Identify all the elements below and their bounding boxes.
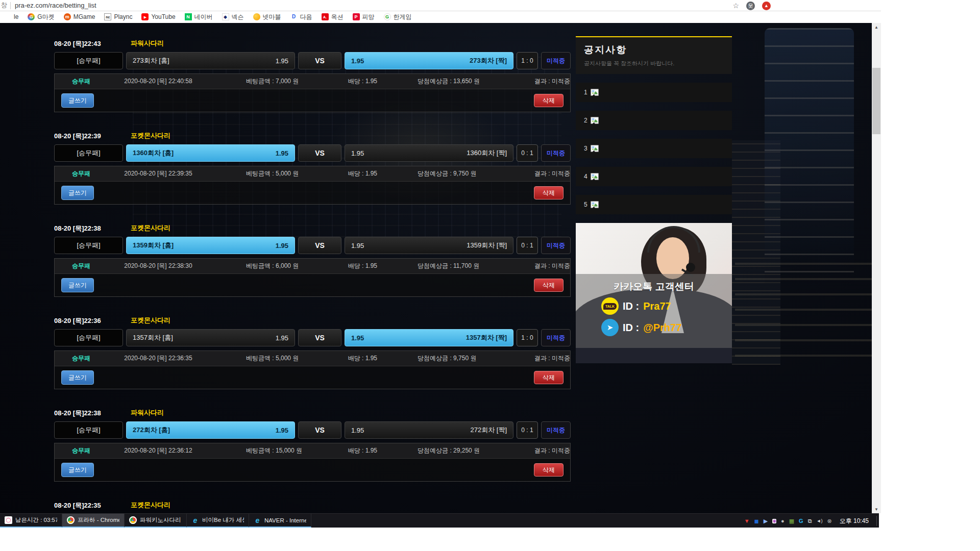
entry-detail-container: 승무패 2020-08-20 [목] 22:38:30 베팅금액 : 6,000… [54,258,571,297]
app-label: 남은시간 : 03:57 [15,516,57,524]
away-odds: 1.95 [351,57,364,65]
scroll-down-icon[interactable]: ▼ [872,505,881,513]
url-prefix-char: 창 [1,1,8,10]
entry-time: 08-20 [목]22:43 [54,40,101,47]
tray-icon[interactable]: ◄) [817,519,823,523]
scroll-up-icon[interactable]: ▲ [872,23,881,31]
bookmark-label: le [14,13,18,20]
bookmark-star-icon[interactable]: ☆ [732,2,739,9]
detail-expected-win: 당첨예상금 : 9,750 원 [418,169,534,178]
show-desktop-divider[interactable] [876,516,877,526]
home-pick-box[interactable]: 1360회차 [홈] 1.95 [126,144,295,162]
tray-icon[interactable]: ⧉ [808,518,812,524]
url-text[interactable]: pra-ez.com/race/betting_list [15,2,96,9]
tray-icon[interactable]: ▼ [744,518,750,524]
bookmark-item[interactable]: A. 옥션 [318,12,347,22]
delete-button[interactable]: 삭제 [534,94,564,107]
delete-button[interactable]: 삭제 [534,279,564,292]
write-button[interactable]: 글쓰기 [61,463,94,477]
taskbar-clock[interactable]: 오후 10:45 [840,517,869,525]
away-pick-box[interactable]: 1.95 1360회차 [짝] [345,144,513,162]
home-odds: 1.95 [276,334,288,342]
away-pick-box[interactable]: 1.95 273회차 [짝] [345,52,513,69]
detail-bet-amount: 베팅금액 : 6,000 원 [246,262,348,270]
tray-icon[interactable]: ◉ [772,519,776,523]
notice-item[interactable]: 4 [576,167,732,186]
home-pick-box[interactable]: 1357회차 [홈] 1.95 [126,329,295,346]
bookmark-item[interactable]: 넷마블 [250,12,285,22]
system-tray: ▼ ◼ ▶ ◉ ● ▦ G ⧉ ◄) ⊗ 오후 10:45 [744,514,877,528]
bookmark-item[interactable]: ▶ YouTube [138,12,179,21]
notice-number: 2 [584,117,587,124]
entry-time: 08-20 [목]22:38 [54,409,101,417]
bookmark-item[interactable]: G 한게임 [380,12,415,22]
scrollbar-thumb[interactable] [872,68,880,134]
tray-icon[interactable]: ● [781,518,785,524]
entry-time: 08-20 [목]22:39 [54,132,101,140]
tray-icon[interactable]: ▶ [764,518,768,524]
taskbar-app-button[interactable]: e NAVER - Internet Exp... [249,514,311,528]
detail-result: 결과 : 미적중 [534,169,570,178]
bookmark-favicon [253,13,260,20]
app-label: 프라하 - Chrome [78,516,119,524]
status-badge: 미적중 [541,329,571,346]
write-button[interactable]: 글쓰기 [61,278,94,292]
home-label: 1360회차 [홈] [133,148,174,158]
entry-time: 08-20 [목]22:38 [54,224,101,232]
home-pick-box[interactable]: 272회차 [홈] 1.95 [126,421,295,439]
delete-button[interactable]: 삭제 [534,186,564,199]
bookmark-item[interactable]: ◆ 넥슨 [218,12,248,22]
notice-item[interactable]: 2 [576,111,732,130]
bookmark-item[interactable]: G G마켓 [24,12,58,22]
taskbar-app-button[interactable]: ● 프라하 - Chrome [62,514,125,528]
bookmark-item[interactable]: le [1,12,22,21]
notice-item[interactable]: 1 [576,83,732,102]
delete-button[interactable]: 삭제 [534,371,564,384]
notice-item[interactable]: 3 [576,139,732,158]
bet-row: [승무패] 1360회차 [홈] 1.95 VS 1.95 1360회차 [짝]… [54,144,571,162]
vs-box: VS [298,421,341,439]
write-button[interactable]: 글쓰기 [61,93,94,108]
bookmark-item[interactable]: D 다음 [287,12,316,22]
bookmark-label: 옥션 [331,13,344,21]
page-scrollbar[interactable]: ▲ ▼ [872,23,881,513]
home-pick-box[interactable]: 1359회차 [홈] 1.95 [126,237,295,254]
away-pick-box[interactable]: 1.95 1357회차 [짝] [345,329,513,346]
taskbar-app-button[interactable]: e 비이Be 내가 세상에 ... [187,514,249,528]
bookmark-item[interactable]: nc Plaync [101,12,136,21]
profile-avatar-icon[interactable]: 웃 [746,2,755,10]
tray-icon[interactable]: ◼ [754,518,759,524]
tray-icon[interactable]: ⊗ [827,518,831,524]
telegram-id-label: ID : [623,322,639,334]
browser-update-icon[interactable]: ▲ [762,2,771,10]
url-bar[interactable]: 창 pra-ez.com/race/betting_list ☆ 웃 ▲ [0,0,881,11]
write-button[interactable]: 글쓰기 [61,186,94,200]
betting-entry: 08-20 [목]22:38 포켓몬사다리 [승무패] 1359회차 [홈] 1… [54,223,571,297]
agent-face [656,237,689,279]
taskbar-app-button[interactable]: ● 파워키노사다리 중계... [125,514,187,528]
vs-box: VS [298,144,341,162]
entry-game-name: 포켓몬사다리 [131,500,170,510]
away-odds: 1.95 [351,242,364,249]
bookmark-item[interactable]: m MGame [60,12,99,21]
entry-game-name: 포켓몬사다리 [131,316,170,325]
away-label: 1357회차 [짝] [466,333,507,342]
away-pick-box[interactable]: 1.95 1359회차 [짝] [345,237,513,254]
entry-header: 08-20 [목]22:39 포켓몬사다리 [54,131,571,144]
tray-icon[interactable]: ▦ [789,518,794,524]
kakao-id-label: ID : [623,300,639,312]
notice-item[interactable]: 5 [576,195,732,214]
entry-header: 08-20 [목]22:35 포켓몬사다리 [54,500,571,513]
taskbar-app-button[interactable]: ◯ 남은시간 : 03:57 [0,514,62,528]
bet-row: [승무패] 1359회차 [홈] 1.95 VS 1.95 1359회차 [짝]… [54,237,571,254]
bookmark-item[interactable]: N 네이버 [181,12,216,22]
app-icon: e [191,516,199,524]
telegram-id-value: @Prh77 [643,322,681,334]
away-pick-box[interactable]: 1.95 272회차 [짝] [345,421,513,439]
tray-icon[interactable]: G [799,518,803,524]
delete-button[interactable]: 삭제 [534,463,564,477]
bookmark-item[interactable]: P 피망 [349,12,378,22]
write-button[interactable]: 글쓰기 [61,370,94,385]
entry-actions: 글쓰기 삭제 [55,459,570,481]
home-pick-box[interactable]: 273회차 [홈] 1.95 [126,52,295,69]
